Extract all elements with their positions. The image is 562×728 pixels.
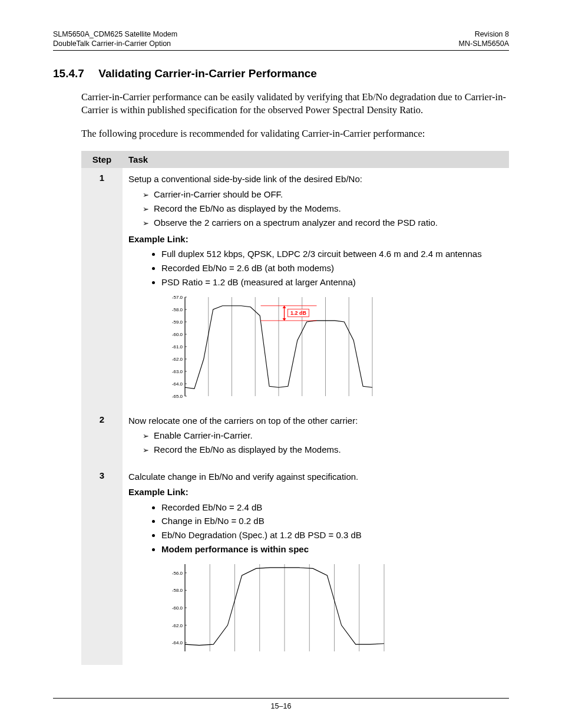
list-item: Record the Eb/No as displayed by the Mod… <box>156 202 503 215</box>
svg-marker-29 <box>283 305 286 308</box>
svg-text:-56.0: -56.0 <box>172 570 183 575</box>
svg-text:-61.0: -61.0 <box>172 344 183 350</box>
table-row: 1 Setup a conventional side-by-side link… <box>81 168 509 409</box>
list-item: PSD Ratio = 1.2 dB (measured at larger A… <box>161 276 503 289</box>
intro-paragraph-2: The following procedure is recommended f… <box>81 127 509 140</box>
section-heading: 15.4.7 Validating Carrier-in-Carrier Per… <box>53 67 509 80</box>
list-item: Record the Eb/No as displayed by the Mod… <box>156 443 503 456</box>
procedure-table: Step Task 1 Setup a conventional side-by… <box>81 151 509 664</box>
example-label: Example Link: <box>128 233 503 246</box>
svg-text:-60.0: -60.0 <box>172 605 183 611</box>
list-item: Recorded Eb/No = 2.6 dB (at both modems) <box>161 262 503 275</box>
svg-text:-58.0: -58.0 <box>172 307 183 312</box>
svg-text:-62.0: -62.0 <box>172 622 183 628</box>
list-item: Carrier-in-Carrier should be OFF. <box>156 188 503 201</box>
page-footer: 15–16 <box>53 698 509 710</box>
svg-text:-64.0: -64.0 <box>172 381 183 387</box>
svg-text:-60.0: -60.0 <box>172 332 183 337</box>
col-header-task: Task <box>123 151 509 168</box>
task-intro: Calculate change in Eb/No and verify aga… <box>128 470 503 483</box>
spectrum-chart-two-carriers: -57.0-58.0-59.0-60.0-61.0-62.0-63.0-64.0… <box>164 294 503 401</box>
list-item: Full duplex 512 kbps, QPSK, LDPC 2/3 cir… <box>161 248 503 261</box>
header-rule <box>53 50 509 51</box>
section-number: 15.4.7 <box>53 67 95 80</box>
example-label: Example Link: <box>128 486 503 499</box>
spectrum-chart-combined: -56.0-58.0-60.0-62.0-64.0 <box>164 561 503 657</box>
svg-text:-57.0: -57.0 <box>172 295 183 300</box>
header-left-1: SLM5650A_CDM625 Satellite Modem <box>53 29 177 39</box>
svg-text:-63.0: -63.0 <box>172 369 183 374</box>
task-intro: Setup a conventional side-by-side link o… <box>128 173 503 186</box>
svg-text:-58.0: -58.0 <box>172 588 183 593</box>
list-item-bold: Modem performance is within spec <box>161 543 503 556</box>
table-row: 3 Calculate change in Eb/No and verify a… <box>81 466 509 665</box>
list-item: Recorded Eb/No = 2.4 dB <box>161 501 503 514</box>
list-item: Observe the 2 carriers on a spectrum ana… <box>156 216 503 229</box>
svg-text:-64.0: -64.0 <box>172 640 183 645</box>
svg-text:1.2 dB: 1.2 dB <box>290 310 307 316</box>
list-item: Enable Carrier-in-Carrier. <box>156 429 503 442</box>
step-number: 3 <box>81 466 123 665</box>
header-right-1: Revision 8 <box>459 29 509 39</box>
svg-text:-59.0: -59.0 <box>172 319 183 325</box>
col-header-step: Step <box>81 151 123 168</box>
page-header: SLM5650A_CDM625 Satellite Modem DoubleTa… <box>53 29 509 49</box>
page-number: 15–16 <box>271 702 292 710</box>
list-item: Change in Eb/No = 0.2 dB <box>161 515 503 528</box>
svg-text:-65.0: -65.0 <box>172 394 183 399</box>
header-right-2: MN-SLM5650A <box>459 39 509 48</box>
svg-text:-62.0: -62.0 <box>172 357 183 362</box>
list-item: Eb/No Degradation (Spec.) at 1.2 dB PSD … <box>161 529 503 542</box>
svg-marker-30 <box>283 318 286 320</box>
intro-paragraph-1: Carrier-in-Carrier performance can be ea… <box>81 91 509 117</box>
step-number: 2 <box>81 410 123 466</box>
header-left-2: DoubleTalk Carrier-in-Carrier Option <box>53 39 177 48</box>
table-row: 2 Now relocate one of the carriers on to… <box>81 410 509 466</box>
section-title: Validating Carrier-in-Carrier Performanc… <box>98 67 317 80</box>
step-number: 1 <box>81 168 123 409</box>
task-intro: Now relocate one of the carriers on top … <box>128 414 503 427</box>
